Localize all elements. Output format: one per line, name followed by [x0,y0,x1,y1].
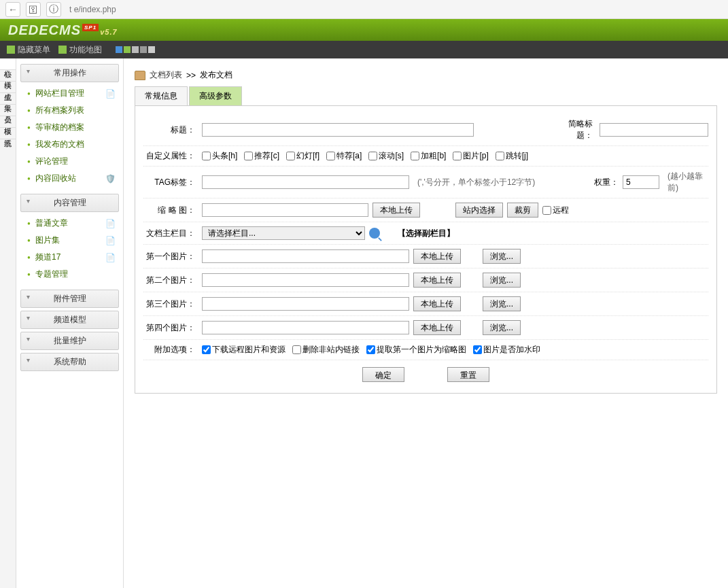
attr-chk-b[interactable]: 加粗[b] [411,150,446,162]
pic4-upload[interactable]: 本地上传 [413,320,461,335]
square-gray3[interactable] [148,46,155,53]
sidebar-item-article[interactable]: 普通文章📄 [20,215,119,232]
sidebar-item-recycle[interactable]: 内容回收站🛡️ [20,170,119,187]
sidebar-item-comments[interactable]: 评论管理 [20,153,119,170]
sidebar-group-channel[interactable]: 频道模型 [20,311,119,329]
weight-input[interactable] [623,175,659,189]
submit-button[interactable]: 确定 [362,367,404,382]
subcat-link[interactable]: 【选择副栏目】 [398,228,455,239]
extra-label: 附加选项： [143,344,198,356]
header: DEDECMSSP1v5.7 [0,19,728,41]
sidebar-item-mydocs[interactable]: 我发布的文档 [20,136,119,153]
browser-key-icon[interactable]: ⚿ [26,2,41,17]
browser-bar: ← ⚿ ⓘ t e/index.php [0,0,728,19]
pic4-browse[interactable]: 浏览... [483,320,521,335]
lefttab-system[interactable]: 系统 [0,128,16,139]
tab-advanced[interactable]: 高级参数 [189,86,242,105]
doc-icon: 📄 [105,236,115,245]
opt-download[interactable]: 下载远程图片和资源 [202,344,285,356]
attr-chk-p[interactable]: 图片[p] [453,150,488,162]
sidebar-item-channel17[interactable]: 频道17📄 [20,249,119,266]
content: 文档列表 >> 发布文档 常规信息 高级参数 标题： 简略标题： 自定义属性： … [124,58,728,588]
pic3-input[interactable] [202,297,409,311]
square-gray1[interactable] [132,46,139,53]
browser-info-icon[interactable]: ⓘ [46,2,61,17]
search-icon[interactable] [369,228,380,239]
tab-normal[interactable]: 常规信息 [135,86,188,105]
pic3-upload[interactable]: 本地上传 [413,296,461,311]
square-gray2[interactable] [140,46,147,53]
attr-chk-f[interactable]: 幻灯[f] [286,150,319,162]
thumb-label: 缩 略 图： [143,205,198,216]
shorttitle-input[interactable] [600,123,708,137]
shield-icon: 🛡️ [105,174,115,184]
sidebar-item-imageset[interactable]: 图片集📄 [20,232,119,249]
thumb-remote[interactable]: 远程 [542,205,569,216]
sidebar-group-help[interactable]: 系统帮助 [20,353,119,371]
tag-input[interactable] [202,175,409,189]
lefttab-module[interactable]: 模块 [0,70,16,82]
thumb-site-select[interactable]: 站内选择 [455,203,503,218]
lefttab-generate[interactable]: 生成 [0,82,16,93]
logo: DEDECMSSP1v5.7 [8,22,118,38]
attr-chk-s[interactable]: 滚动[s] [368,150,404,162]
maincat-select[interactable]: 请选择栏目... [202,226,365,240]
attr-chk-h[interactable]: 头条[h] [202,150,237,162]
pic1-input[interactable] [202,249,409,263]
title-input[interactable] [202,123,474,137]
sidebar-group-batch[interactable]: 批量维护 [20,332,119,350]
folder-icon [135,71,145,80]
weight-label: 权重： [594,177,619,188]
grid-icon [58,46,67,54]
bc-list[interactable]: 文档列表 [150,69,182,81]
toolbar: 隐藏菜单 功能地图 [0,41,728,58]
sitemap-button[interactable]: 功能地图 [58,44,102,56]
doc-icon: 📄 [105,219,115,228]
pic4-label: 第四个图片： [143,322,198,334]
sidebar-group-common[interactable]: 常用操作 [20,64,119,82]
thumb-crop[interactable]: 裁剪 [507,203,538,218]
attr-chk-j[interactable]: 跳转[j] [496,150,528,162]
left-tabs: 核心 模块 生成 采集 会员 模板 系统 [0,58,16,588]
square-blue[interactable] [116,46,122,53]
lefttab-template[interactable]: 模板 [0,116,16,128]
pic2-upload[interactable]: 本地上传 [413,273,461,288]
browser-back-button[interactable]: ← [5,2,20,17]
title-label: 标题： [143,124,198,136]
shorttitle-label: 简略标题： [555,118,595,141]
lefttab-core[interactable]: 核心 [0,58,16,70]
pic1-label: 第一个图片： [143,251,198,262]
doc-icon: 📄 [105,89,115,99]
reset-button[interactable]: 重置 [447,367,489,382]
pic1-browse[interactable]: 浏览... [483,249,521,264]
hide-menu-button[interactable]: 隐藏菜单 [7,44,50,56]
lefttab-collect[interactable]: 采集 [0,93,16,105]
thumb-input[interactable] [202,203,368,217]
form-tabs: 常规信息 高级参数 [135,86,717,106]
hide-menu-label: 隐藏菜单 [18,44,50,56]
pic3-label: 第三个图片： [143,298,198,310]
opt-watermark[interactable]: 图片是否加水印 [473,344,540,356]
sidebar-group-attach[interactable]: 附件管理 [20,290,119,308]
pic2-input[interactable] [202,273,409,287]
sidebar-item-catalog[interactable]: 网站栏目管理📄 [20,85,119,102]
lefttab-member[interactable]: 会员 [0,105,16,116]
attr-chk-a[interactable]: 特荐[a] [326,150,362,162]
sidebar-item-special[interactable]: 专题管理 [20,266,119,283]
sidebar-group-content[interactable]: 内容管理 [20,194,119,212]
square-green[interactable] [124,46,131,53]
sidebar-item-allarchive[interactable]: 所有档案列表 [20,102,119,119]
breadcrumb: 文档列表 >> 发布文档 [135,67,717,84]
opt-firstpic[interactable]: 提取第一个图片为缩略图 [366,344,466,356]
pic2-browse[interactable]: 浏览... [483,273,521,288]
browser-url[interactable]: t e/index.php [67,5,723,14]
attr-chk-c[interactable]: 推荐[c] [244,150,279,162]
sitemap-label: 功能地图 [69,44,102,56]
sidebar-item-pending[interactable]: 等审核的档案 [20,119,119,136]
pic1-upload[interactable]: 本地上传 [413,249,461,264]
thumb-local-upload[interactable]: 本地上传 [372,203,420,218]
grid-icon [7,46,15,54]
opt-delete-ext[interactable]: 删除非站内链接 [292,344,360,356]
pic3-browse[interactable]: 浏览... [483,296,521,311]
pic4-input[interactable] [202,321,409,334]
